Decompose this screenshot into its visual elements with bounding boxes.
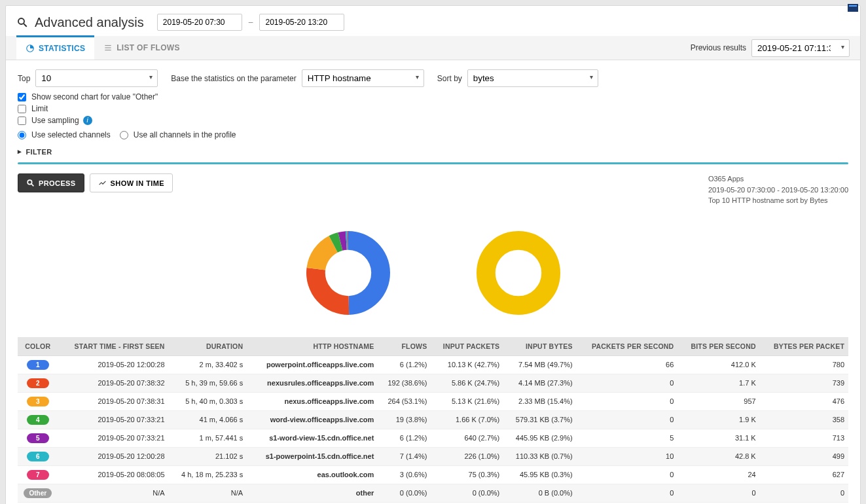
cell-in-bytes: 45.95 KB (0.3%)	[503, 465, 576, 484]
cell-bps: 1.9 K	[677, 410, 759, 429]
table-row[interactable]: OtherN/AN/Aother0 (0.0%)0 (0.0%)0 B (0.0…	[18, 484, 848, 502]
table-row[interactable]: 52019-05-20 07:33:211 m, 57.441 ss1-word…	[18, 429, 848, 447]
col-bps[interactable]: BITS PER SECOND	[677, 337, 759, 356]
cell-start: 2019-05-20 12:00:28	[58, 355, 169, 374]
row-badge: 3	[27, 397, 49, 406]
col-in-bytes[interactable]: INPUT BYTES	[503, 337, 576, 356]
cell-flows: 6 (1.2%)	[378, 355, 431, 374]
show-in-time-button[interactable]: SHOW IN TIME	[90, 173, 173, 192]
base-parameter-select[interactable]	[302, 69, 424, 87]
cell-duration: 41 m, 4.066 s	[169, 410, 247, 429]
table-row[interactable]: 12019-05-20 12:00:282 m, 33.402 spowerpo…	[18, 355, 848, 374]
cell-duration: 1 m, 57.441 s	[169, 429, 247, 447]
cell-start: 2019-05-20 07:38:31	[58, 392, 169, 410]
use-all-radio[interactable]	[120, 131, 128, 139]
cell-in-packets: 5.13 K (21.6%)	[431, 392, 503, 410]
table-row[interactable]: 32019-05-20 07:38:315 h, 40 m, 0.303 sne…	[18, 392, 848, 410]
tab-statistics[interactable]: STATISTICS	[16, 35, 94, 60]
trend-icon	[98, 179, 107, 187]
window-indicator-icon	[848, 4, 858, 12]
caret-right-icon: ▸	[18, 147, 22, 156]
filter-label: FILTER	[26, 148, 52, 156]
cell-bpp: 739	[760, 374, 848, 392]
meta-profile: O365 Apps	[708, 173, 848, 185]
list-icon	[103, 43, 113, 52]
cell-pps: 0	[577, 392, 678, 410]
col-start[interactable]: START TIME - FIRST SEEN	[58, 337, 169, 356]
row-badge: 4	[27, 415, 49, 425]
col-hostname[interactable]: HTTP HOSTNAME	[247, 337, 378, 356]
top-label: Top	[18, 74, 30, 83]
row-badge: 2	[27, 378, 49, 388]
cell-in-packets: 640 (2.7%)	[431, 429, 503, 447]
search-icon	[26, 179, 35, 187]
actions-row: PROCESS SHOW IN TIME O365 Apps 2019-05-2…	[6, 173, 860, 211]
sort-label: Sort by	[437, 74, 462, 83]
datetime-to-input[interactable]	[259, 14, 344, 31]
svg-line-7	[31, 184, 33, 186]
table-row[interactable]: 22019-05-20 07:38:325 h, 39 m, 59.66 sne…	[18, 374, 848, 392]
row-badge: Other	[24, 488, 52, 498]
cell-hostname: other	[247, 484, 378, 502]
tab-list-label: LIST OF FLOWS	[117, 43, 180, 52]
cell-bpp: 476	[760, 392, 848, 410]
filter-toggle[interactable]: ▸FILTER	[18, 147, 848, 156]
show-in-time-label: SHOW IN TIME	[111, 179, 164, 187]
use-selected-radio[interactable]	[18, 131, 26, 139]
previous-results-label: Previous results	[691, 43, 746, 52]
cell-duration: 5 h, 39 m, 59.66 s	[169, 374, 247, 392]
col-in-packets[interactable]: INPUT PACKETS	[431, 337, 503, 356]
cell-hostname: s1-word-view-15.cdn.office.net	[247, 429, 378, 447]
cell-start: 2019-05-20 07:33:21	[58, 429, 169, 447]
top-select[interactable]	[35, 69, 158, 87]
cell-in-packets: 5.86 K (24.7%)	[431, 374, 503, 392]
info-icon[interactable]: i	[83, 116, 92, 125]
search-icon	[16, 16, 28, 28]
show-other-checkbox[interactable]	[18, 93, 26, 101]
cell-bps: 957	[677, 392, 759, 410]
sort-by-select[interactable]	[467, 69, 598, 87]
col-flows[interactable]: FLOWS	[378, 337, 431, 356]
header: Advanced analysis –	[6, 6, 860, 36]
col-bpp[interactable]: BYTES PER PACKET	[760, 337, 848, 356]
cell-start: 2019-05-20 07:33:21	[58, 410, 169, 429]
cell-flows: 7 (1.4%)	[378, 447, 431, 465]
cell-bpp: 780	[760, 355, 848, 374]
svg-point-0	[18, 18, 24, 24]
cell-in-packets: 1.66 K (7.0%)	[431, 410, 503, 429]
col-pps[interactable]: PACKETS PER SECOND	[577, 337, 678, 356]
cell-bpp: 0	[760, 484, 848, 502]
cell-flows: 192 (38.6%)	[378, 374, 431, 392]
process-label: PROCESS	[39, 179, 76, 187]
table-row[interactable]: 62019-05-20 12:00:2821.102 ss1-powerpoin…	[18, 447, 848, 465]
col-duration[interactable]: DURATION	[169, 337, 247, 356]
donut-chart-main	[289, 221, 407, 325]
cell-bps: 0	[677, 484, 759, 502]
donut-chart-other	[460, 221, 577, 325]
tab-list-of-flows[interactable]: LIST OF FLOWS	[94, 37, 189, 59]
cell-in-packets: 226 (1.0%)	[431, 447, 503, 465]
table-row[interactable]: 42019-05-20 07:33:2141 m, 4.066 sword-vi…	[18, 410, 848, 429]
cell-in-packets: 0 (0.0%)	[431, 484, 503, 502]
range-dash: –	[249, 18, 253, 27]
page-title: Advanced analysis	[35, 15, 144, 30]
cell-bpp: 713	[760, 429, 848, 447]
pie-icon	[26, 44, 35, 53]
use-sampling-checkbox[interactable]	[18, 117, 26, 125]
table-row[interactable]: 72019-05-20 08:08:054 h, 18 m, 25.233 se…	[18, 465, 848, 484]
cell-in-bytes: 445.95 KB (2.9%)	[503, 429, 576, 447]
col-color[interactable]: COLOR	[18, 337, 58, 356]
cell-in-packets: 10.13 K (42.7%)	[431, 355, 503, 374]
cell-pps: 0	[577, 465, 678, 484]
limit-checkbox[interactable]	[18, 105, 26, 113]
cell-hostname: eas.outlook.com	[247, 465, 378, 484]
cell-duration: 4 h, 18 m, 25.233 s	[169, 465, 247, 484]
cell-flows: 19 (3.8%)	[378, 410, 431, 429]
process-button[interactable]: PROCESS	[18, 173, 84, 192]
cell-bps: 24	[677, 465, 759, 484]
previous-results-select[interactable]	[751, 39, 850, 57]
cell-start: 2019-05-20 08:08:05	[58, 465, 169, 484]
use-all-label: Use all channels in the profile	[134, 130, 236, 139]
meta-range: 2019-05-20 07:30:00 - 2019-05-20 13:20:0…	[708, 185, 848, 196]
datetime-from-input[interactable]	[157, 14, 242, 31]
